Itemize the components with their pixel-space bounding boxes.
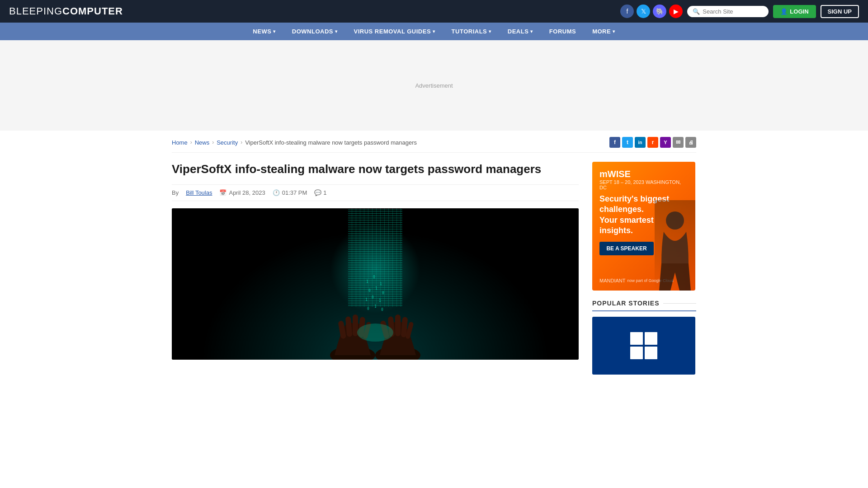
nav-item-deals[interactable]: DEALS ▾: [500, 23, 541, 40]
share-twitter-button[interactable]: t: [622, 137, 633, 148]
main-nav: NEWS ▾ DOWNLOADS ▾ VIRUS REMOVAL GUIDES …: [0, 23, 868, 40]
svg-text:0: 0: [382, 291, 384, 295]
search-icon: 🔍: [693, 8, 700, 15]
svg-text:0: 0: [381, 308, 383, 312]
youtube-icon[interactable]: ▶: [669, 5, 683, 18]
article-title: ViperSoftX info-stealing malware now tar…: [172, 162, 579, 177]
svg-text:1: 1: [375, 286, 377, 291]
be-speaker-button[interactable]: BE A SPEAKER: [599, 242, 654, 255]
site-header: BLEEPINGCOMPUTER f 𝕏 🐘 ▶ 🔍 👤 LOGIN SIGN …: [0, 0, 868, 23]
windows-pane-br: [645, 347, 657, 359]
comments-icon: 💬: [314, 189, 321, 196]
svg-text:0: 0: [368, 289, 371, 293]
svg-text:1: 1: [374, 305, 377, 309]
nav-deals-arrow: ▾: [530, 29, 533, 34]
login-label: LOGIN: [790, 8, 808, 15]
site-logo[interactable]: BLEEPINGCOMPUTER: [9, 5, 123, 17]
share-email-button[interactable]: ✉: [673, 137, 684, 148]
breadcrumb-sep-2: ›: [212, 139, 214, 145]
main-layout: ViperSoftX info-stealing malware now tar…: [172, 153, 696, 384]
header-right: f 𝕏 🐘 ▶ 🔍 👤 LOGIN SIGN UP: [620, 5, 859, 18]
svg-rect-9: [395, 314, 401, 336]
breadcrumb-sep-1: ›: [190, 139, 192, 145]
sidebar: mWISE SEPT 18 – 20, 2023 WASHINGTON, DC …: [592, 162, 696, 375]
sidebar-ad: mWISE SEPT 18 – 20, 2023 WASHINGTON, DC …: [592, 162, 695, 291]
social-icons: f 𝕏 🐘 ▶: [620, 5, 683, 18]
windows-logo: [630, 332, 657, 359]
nav-item-downloads[interactable]: DOWNLOADS ▾: [284, 23, 346, 40]
article-date: 📅 April 28, 2023: [219, 189, 265, 196]
breadcrumb-sep-3: ›: [241, 139, 242, 145]
author-label: By: [172, 189, 179, 196]
signup-button[interactable]: SIGN UP: [821, 5, 859, 18]
nav-news-arrow: ▾: [273, 29, 276, 34]
clock-icon: 🕐: [273, 189, 280, 196]
nav-downloads-arrow: ▾: [335, 29, 338, 34]
facebook-icon[interactable]: f: [620, 5, 634, 18]
svg-point-25: [666, 211, 684, 230]
windows-pane-bl: [630, 347, 643, 359]
popular-stories: POPULAR STORIES: [592, 300, 696, 375]
nav-item-tutorials[interactable]: TUTORIALS ▾: [443, 23, 500, 40]
svg-point-12: [357, 324, 393, 342]
article-image-inner: 101 010 101 010: [172, 208, 579, 360]
mwise-logo: mWISE: [599, 169, 688, 179]
share-reddit-button[interactable]: r: [647, 137, 658, 148]
breadcrumb-news[interactable]: News: [195, 139, 210, 146]
svg-text:1: 1: [379, 299, 381, 303]
login-button[interactable]: 👤 LOGIN: [773, 5, 816, 18]
hands-image: 101 010 101 010: [307, 269, 443, 360]
popular-story-thumbnail[interactable]: [592, 317, 695, 375]
nav-more-arrow: ▾: [613, 29, 615, 34]
svg-text:0: 0: [367, 307, 369, 311]
logo-light-text: BLEEPING: [9, 5, 62, 17]
logo-bold-text: COMPUTER: [62, 5, 123, 17]
ad-placeholder-text: Advertisement: [415, 82, 453, 89]
twitter-icon[interactable]: 𝕏: [637, 5, 650, 18]
article-image: 101 010 101 010: [172, 208, 579, 360]
print-button[interactable]: 🖨: [685, 137, 696, 148]
breadcrumb-security[interactable]: Security: [217, 139, 238, 146]
search-input[interactable]: [703, 8, 763, 15]
svg-text:1: 1: [380, 282, 382, 286]
windows-pane-tr: [645, 332, 657, 345]
event-date: SEPT 18 – 20, 2023 WASHINGTON, DC: [599, 179, 688, 190]
share-buttons: f t in r Y ✉ 🖨: [609, 137, 696, 148]
breadcrumb-current: ViperSoftX info-stealing malware now tar…: [245, 139, 417, 146]
svg-text:0: 0: [373, 275, 375, 279]
article-comments[interactable]: 💬 1: [314, 189, 326, 196]
calendar-icon: 📅: [219, 189, 226, 196]
author-link[interactable]: Bill Toulas: [186, 189, 212, 196]
breadcrumb: Home › News › Security › ViperSoftX info…: [172, 131, 696, 153]
nav-tutorials-arrow: ▾: [489, 29, 491, 34]
svg-text:0: 0: [372, 296, 374, 300]
breadcrumb-home[interactable]: Home: [172, 139, 188, 146]
svg-text:1: 1: [365, 298, 368, 302]
windows-pane-tl: [630, 332, 643, 345]
share-yahoo-button[interactable]: Y: [660, 137, 671, 148]
content-wrapper: Home › News › Security › ViperSoftX info…: [163, 131, 705, 384]
share-linkedin-button[interactable]: in: [635, 137, 646, 148]
nav-item-news[interactable]: NEWS ▾: [245, 23, 284, 40]
mastodon-icon[interactable]: 🐘: [653, 5, 666, 18]
nav-virus-arrow: ▾: [433, 29, 435, 34]
share-facebook-button[interactable]: f: [609, 137, 620, 148]
article-meta: By Bill Toulas 📅 April 28, 2023 🕐 01:37 …: [172, 184, 579, 201]
nav-item-forums[interactable]: FORUMS: [541, 23, 584, 40]
nav-item-more[interactable]: MORE ▾: [584, 23, 623, 40]
search-box: 🔍: [687, 6, 769, 17]
article-column: ViperSoftX info-stealing malware now tar…: [172, 162, 579, 375]
nav-item-virus-removal[interactable]: VIRUS REMOVAL GUIDES ▾: [346, 23, 443, 40]
person-silhouette: [655, 200, 695, 291]
user-icon: 👤: [780, 8, 788, 15]
top-ad-banner: Advertisement: [0, 40, 868, 131]
article-time: 🕐 01:37 PM: [273, 189, 307, 196]
popular-stories-header: POPULAR STORIES: [592, 300, 696, 311]
svg-text:1: 1: [366, 280, 368, 284]
